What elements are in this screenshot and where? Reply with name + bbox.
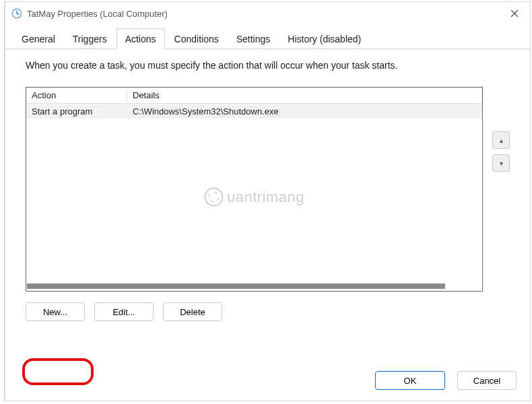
cell-action: Start a program xyxy=(26,105,127,118)
listview-header: Action Details xyxy=(26,88,482,104)
tab-bar: General Triggers Actions Conditions Sett… xyxy=(5,26,530,49)
dialog-footer: OK Cancel xyxy=(5,362,530,401)
titlebar: TatMay Properties (Local Computer) xyxy=(5,2,530,25)
list-buttons-row: New... Edit... Delete xyxy=(26,302,517,321)
column-header-details[interactable]: Details xyxy=(127,88,482,102)
listview-body: Start a program C:\Windows\System32\Shut… xyxy=(26,104,482,282)
move-up-button[interactable]: ▴ xyxy=(492,131,510,149)
reorder-buttons: ▴ ▾ xyxy=(492,87,510,292)
watermark: uantrimang xyxy=(204,187,304,206)
delete-button[interactable]: Delete xyxy=(163,302,222,321)
move-down-button[interactable]: ▾ xyxy=(492,154,510,172)
table-row[interactable]: Start a program C:\Windows\System32\Shut… xyxy=(26,104,482,119)
instruction-text: When you create a task, you must specify… xyxy=(26,60,517,71)
close-icon xyxy=(510,9,519,18)
properties-dialog: TatMay Properties (Local Computer) Gener… xyxy=(4,1,531,401)
actions-list-region: Action Details Start a program C:\Window… xyxy=(26,87,510,292)
tab-conditions[interactable]: Conditions xyxy=(166,29,227,48)
watermark-text: uantrimang xyxy=(227,188,304,205)
watermark-icon xyxy=(204,187,223,206)
chevron-down-icon: ▾ xyxy=(500,160,503,167)
new-button[interactable]: New... xyxy=(26,302,85,321)
scrollbar-thumb[interactable] xyxy=(27,283,445,289)
column-header-action[interactable]: Action xyxy=(26,88,127,102)
tab-settings[interactable]: Settings xyxy=(228,29,279,48)
actions-listview[interactable]: Action Details Start a program C:\Window… xyxy=(26,87,483,292)
edit-button[interactable]: Edit... xyxy=(94,302,154,321)
cancel-button[interactable]: Cancel xyxy=(457,371,517,390)
tab-triggers[interactable]: Triggers xyxy=(65,29,115,48)
ok-button[interactable]: OK xyxy=(375,371,445,390)
window-title: TatMay Properties (Local Computer) xyxy=(27,9,504,19)
tab-history[interactable]: History (disabled) xyxy=(279,29,369,48)
tab-general[interactable]: General xyxy=(13,29,63,48)
chevron-up-icon: ▴ xyxy=(500,137,503,144)
svg-line-2 xyxy=(17,13,19,15)
tab-content-actions: When you create a task, you must specify… xyxy=(5,49,530,362)
close-button[interactable] xyxy=(504,3,525,24)
cell-details: C:\Windows\System32\Shutdown.exe xyxy=(127,105,482,118)
tab-actions[interactable]: Actions xyxy=(117,28,165,49)
horizontal-scrollbar[interactable] xyxy=(27,282,481,290)
clock-icon xyxy=(11,7,23,20)
